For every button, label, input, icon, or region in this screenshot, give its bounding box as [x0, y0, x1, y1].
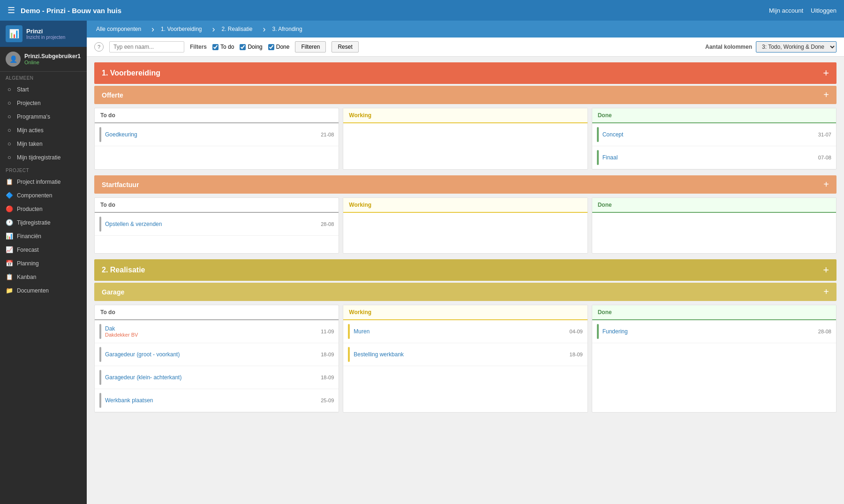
- phase-voorbereiding-add[interactable]: +: [823, 67, 829, 79]
- hamburger-icon[interactable]: ☰: [8, 5, 15, 15]
- filter-bar: ? Filters To do Doing Done Filteren Rese…: [87, 38, 844, 57]
- card-title[interactable]: Opstellen & verzenden: [105, 221, 317, 227]
- todo-checkbox[interactable]: [212, 44, 219, 50]
- columns-select[interactable]: 3: Todo, Working & Done: [756, 41, 836, 53]
- sidebar-item-planning[interactable]: 📅 Planning: [0, 256, 87, 270]
- card-date: 25-09: [321, 398, 334, 403]
- sidebar-item-project-info[interactable]: 📋 Project informatie: [0, 175, 87, 188]
- sidebar-item-mijn-acties[interactable]: ○ Mijn acties: [0, 123, 87, 137]
- component-offerte-add[interactable]: +: [823, 90, 829, 100]
- producten-icon: 🔴: [6, 205, 13, 212]
- todo-checkbox-label: To do: [212, 44, 234, 50]
- component-offerte-header[interactable]: Offerte +: [94, 86, 836, 104]
- documenten-icon: 📁: [6, 287, 13, 294]
- breadcrumb-voorbereiding[interactable]: 1. Voorbereiding: [155, 23, 211, 35]
- reset-button[interactable]: Reset: [332, 41, 358, 53]
- component-garage-header[interactable]: Garage +: [94, 283, 836, 301]
- card-stripe: [597, 127, 599, 142]
- financien-icon: 📊: [6, 233, 13, 240]
- garage-done-header: Done: [592, 305, 836, 320]
- card-title[interactable]: Werkbank plaatsen: [105, 397, 317, 404]
- sidebar-item-tijdregistratie[interactable]: ○ Mijn tijdregistratie: [0, 150, 87, 164]
- table-row: Finaal 07-08: [592, 146, 836, 169]
- sidebar-item-tijdreg[interactable]: 🕐 Tijdregistratie: [0, 216, 87, 229]
- garage-todo-header: To do: [95, 305, 339, 320]
- done-checkbox[interactable]: [268, 44, 274, 50]
- project-info-label: Project informatie: [17, 179, 60, 185]
- card-title[interactable]: Concept: [603, 131, 814, 138]
- card-stripe: [99, 127, 101, 142]
- card-content: Werkbank plaatsen: [105, 397, 317, 404]
- card-content: Bestelling werkbank: [354, 351, 565, 358]
- logo-sub: Inzicht in projecten: [26, 35, 65, 40]
- breadcrumb: Alle componenten › 1. Voorbereiding › 2.…: [87, 21, 844, 38]
- component-startfactuur-add[interactable]: +: [823, 179, 829, 190]
- sidebar-item-programmas[interactable]: ○ Programma's: [0, 110, 87, 123]
- card-title[interactable]: Garagedeur (klein- achterkant): [105, 374, 317, 381]
- filters-label: Filters: [190, 44, 207, 50]
- project-section-label: Project: [0, 164, 87, 175]
- card-subtitle[interactable]: Dakdekker BV: [105, 332, 317, 338]
- breadcrumb-alle[interactable]: Alle componenten: [90, 23, 151, 35]
- search-input[interactable]: [109, 41, 184, 53]
- planning-label: Planning: [17, 260, 39, 267]
- startfactuur-done-col: Done: [592, 197, 836, 254]
- component-garage-add[interactable]: +: [823, 286, 829, 297]
- uitloggen-link[interactable]: Uitloggen: [811, 7, 836, 14]
- phase-voorbereiding-header[interactable]: 1. Voorbereiding +: [94, 62, 836, 84]
- sidebar-item-forecast[interactable]: 📈 Forecast: [0, 243, 87, 256]
- breadcrumb-afronding[interactable]: 3. Afronding: [267, 23, 312, 35]
- card-stripe: [348, 347, 350, 362]
- garage-todo-col: To do Dak Dakdekker BV 11-09 Garagedeur …: [94, 305, 339, 413]
- card-title[interactable]: Dak: [105, 325, 317, 332]
- card-stripe: [99, 217, 101, 232]
- card-stripe: [597, 324, 599, 339]
- card-title[interactable]: Muren: [354, 328, 565, 335]
- documenten-label: Documenten: [17, 287, 49, 294]
- content-area: Alle componenten › 1. Voorbereiding › 2.…: [87, 21, 844, 504]
- sidebar-item-mijn-taken[interactable]: ○ Mijn taken: [0, 137, 87, 150]
- general-section-label: Algemeen: [0, 72, 87, 83]
- card-title[interactable]: Bestelling werkbank: [354, 351, 565, 358]
- garage-columns: To do Dak Dakdekker BV 11-09 Garagedeur …: [94, 305, 836, 413]
- card-stripe: [99, 324, 101, 339]
- phase-realisatie-header[interactable]: 2. Realisatie +: [94, 259, 836, 281]
- breadcrumb-arrow-1: ›: [151, 24, 154, 34]
- avatar: 👤: [6, 52, 21, 67]
- sidebar-item-documenten[interactable]: 📁 Documenten: [0, 284, 87, 297]
- sidebar-item-start[interactable]: ○ Start: [0, 83, 87, 96]
- card-title[interactable]: Garagedeur (groot - voorkant): [105, 351, 317, 358]
- sidebar-item-kanban[interactable]: 📋 Kanban: [0, 270, 87, 284]
- logo-name: Prinzi: [26, 28, 65, 35]
- card-content: Dak Dakdekker BV: [105, 325, 317, 338]
- card-title[interactable]: Finaal: [603, 154, 814, 161]
- logo-icon: 📊: [6, 25, 23, 42]
- financien-label: Financiën: [17, 233, 41, 240]
- sidebar-item-financien[interactable]: 📊 Financiën: [0, 229, 87, 243]
- phase-realisatie-add[interactable]: +: [823, 264, 829, 276]
- mijn-account-link[interactable]: Mijn account: [769, 7, 803, 14]
- kanban-content: 1. Voorbereiding + Offerte + To do Goedk…: [87, 57, 844, 504]
- programmas-label: Programma's: [17, 113, 50, 120]
- done-checkbox-label: Done: [268, 44, 290, 50]
- component-startfactuur-header[interactable]: Startfactuur +: [94, 175, 836, 194]
- circle-icon: ○: [6, 140, 13, 147]
- card-title[interactable]: Goedkeuring: [105, 131, 317, 138]
- component-startfactuur-title: Startfactuur: [102, 181, 139, 188]
- sidebar-item-producten[interactable]: 🔴 Producten: [0, 202, 87, 216]
- top-nav: ☰ Demo - Prinzi - Bouw van huis Mijn acc…: [0, 0, 844, 21]
- card-title[interactable]: Fundering: [603, 328, 814, 335]
- card-date: 31-07: [818, 132, 831, 137]
- card-content: Garagedeur (groot - voorkant): [105, 351, 317, 358]
- nav-links: Mijn account Uitloggen: [769, 7, 836, 14]
- projecten-label: Projecten: [17, 100, 41, 106]
- done-check-label: Done: [276, 44, 290, 50]
- startfactuur-done-header: Done: [592, 198, 836, 213]
- sidebar-item-projecten[interactable]: ○ Projecten: [0, 96, 87, 110]
- filteren-button[interactable]: Filteren: [295, 41, 326, 53]
- filter-help-button[interactable]: ?: [94, 42, 104, 52]
- breadcrumb-realisatie[interactable]: 2. Realisatie: [216, 23, 262, 35]
- doing-checkbox[interactable]: [240, 44, 246, 50]
- sidebar-item-componenten[interactable]: 🔷 Componenten: [0, 188, 87, 202]
- todo-check-label: To do: [220, 44, 234, 50]
